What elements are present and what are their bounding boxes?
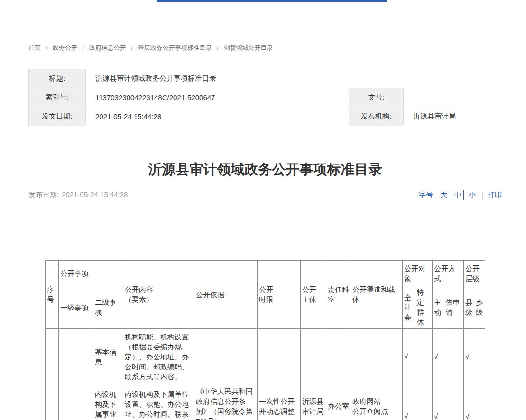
meta-index-value: 11370323004223148C/2021-5200647 [86, 88, 349, 107]
font-size-label: 字号: [419, 191, 435, 200]
font-size-controls: 字号: 大 中 小 | 打印 [419, 190, 502, 200]
breadcrumb-xxgk[interactable]: 政府信息公开 [89, 44, 126, 51]
cell-xiangji [474, 385, 485, 420]
cell-zeren-keshi: 办公室 [326, 329, 351, 420]
font-size-small-button[interactable]: 小 [469, 191, 476, 200]
cell-yishenqing [444, 385, 464, 420]
header-erji-shixiang: 二级事项 [93, 286, 123, 329]
header-yiji-shixiang: 一级事项 [59, 286, 93, 329]
header-gongkai-qudao: 公开渠道和载体 [351, 261, 403, 329]
print-button[interactable]: 打印 [488, 191, 502, 200]
page-title: 沂源县审计领域政务公开事项标准目录 [28, 160, 502, 179]
publish-date: 发布日期:2021-05-24 15:44:28 [28, 191, 128, 200]
breadcrumb-cxly[interactable]: 创新领域公开目录 [224, 44, 273, 51]
header-xuhao: 序号 [46, 261, 59, 329]
meta-docno-value [404, 88, 502, 107]
font-size-large-button[interactable]: 大 [440, 191, 447, 200]
header-gongkai-fangshi: 公开方式 [433, 261, 464, 286]
publish-date-value: 2021-05-24 15:44:28 [62, 191, 128, 199]
header-gongkai-shixian: 公开 时限 [258, 261, 301, 329]
header-quanshehui: 全社会 [403, 286, 415, 329]
meta-agency-label: 发布机构: [349, 107, 404, 126]
catalog-table: 序号 公开事项 公开内容 （要素） 公开依据 公开 时限 公开 主体 责任科室 … [45, 260, 485, 420]
header-gongkai-duixiang: 公开对象 [403, 261, 433, 286]
document-meta-table: 标题: 沂源县审计领域政务公开事项标准目录 索引号: 1137032300422… [28, 69, 502, 126]
breadcrumb-zwgk[interactable]: 政务公开 [53, 44, 77, 51]
breadcrumb-separator: / [217, 44, 219, 51]
checkmark-xianji: √ [464, 385, 474, 420]
cell-yishenqing [444, 329, 464, 385]
header-teding-qunti: 特定群体 [415, 286, 433, 329]
publish-date-label: 发布日期: [28, 191, 59, 199]
cell-gongkai-zhuti: 沂源县审计局 [301, 329, 326, 420]
checkmark-quanshehui: √ [403, 385, 415, 420]
meta-docno-label: 文号: [349, 88, 404, 107]
cell-gongkai-neirong: 内设机构及下属单位设置、职能、办公地址、办公时间、联系方式、负责人姓名等 [123, 385, 194, 420]
header-gongkai-cengji: 公开层级 [464, 261, 485, 286]
cell-erji-shixiang: 内设机构及下属事业单位 [93, 385, 123, 420]
cell-gongkai-neirong: 机构职能、机构设置（根据县委编办规定）、办公地址、办公时间、邮政编码、联系方式等… [123, 329, 194, 385]
header-gongkai-neirong: 公开内容 （要素） [123, 261, 194, 329]
header-xianji: 县级 [464, 286, 474, 329]
meta-row-index: 索引号: 11370323004223148C/2021-5200647 文号: [29, 88, 502, 107]
breadcrumb-separator: / [131, 44, 133, 51]
breadcrumb-separator: / [83, 44, 84, 51]
page-content: 首页 / 政务公开 / 政府信息公开 / 基层政务公开事项标准目录 / 创新领域… [28, 0, 502, 420]
meta-row-title: 标题: 沂源县审计领域政务公开事项标准目录 [29, 69, 502, 88]
top-nav-bar-remnant [157, 0, 387, 2]
breadcrumb: 首页 / 政务公开 / 政府信息公开 / 基层政务公开事项标准目录 / 创新领域… [28, 44, 502, 59]
cell-erji-shixiang: 基本信息 [93, 329, 123, 385]
cell-xuhao [46, 329, 59, 420]
meta-date-label: 发文日期: [29, 107, 86, 126]
breadcrumb-home[interactable]: 首页 [28, 44, 41, 51]
checkmark-zhudong: √ [433, 329, 444, 385]
font-size-medium-button[interactable]: 中 [452, 190, 464, 200]
meta-row-date: 发文日期: 2021-05-24 15:44:28 发布机构: 沂源县审计局 [29, 107, 502, 126]
meta-agency-value: 沂源县审计局 [404, 107, 502, 126]
catalog-table-wrap: 序号 公开事项 公开内容 （要素） 公开依据 公开 时限 公开 主体 责任科室 … [45, 260, 502, 420]
breadcrumb-jcml[interactable]: 基层政务公开事项标准目录 [138, 44, 212, 51]
cell-teding-qunti [415, 385, 433, 420]
breadcrumb-separator: / [46, 44, 48, 51]
header-gongkai-zhuti: 公开 主体 [301, 261, 326, 329]
cell-yiji-shixiang [59, 329, 93, 420]
header-gongkai-shixiang: 公开事项 [59, 261, 123, 286]
meta-title-label: 标题: [29, 69, 86, 88]
publish-info-row: 发布日期:2021-05-24 15:44:28 字号: 大 中 小 | 打印 [28, 190, 502, 208]
header-zeren-keshi: 责任科室 [326, 261, 351, 329]
catalog-header-row-1: 序号 公开事项 公开内容 （要素） 公开依据 公开 时限 公开 主体 责任科室 … [46, 261, 485, 286]
header-yishenqing: 依申请 [444, 286, 464, 329]
cell-xiangji [474, 329, 485, 385]
checkmark-quanshehui: √ [403, 329, 415, 385]
meta-date-value: 2021-05-24 15:44:28 [86, 107, 349, 126]
checkmark-zhudong: √ [433, 385, 444, 420]
header-zhudong: 主动 [433, 286, 444, 329]
cell-gongkai-shixian: 一次性公开并动态调整 [258, 329, 301, 420]
header-gongkai-yiju: 公开依据 [194, 261, 258, 329]
controls-divider: | [482, 191, 484, 199]
header-xiangji: 乡级 [474, 286, 485, 329]
checkmark-xianji: √ [464, 329, 474, 385]
meta-index-label: 索引号: [29, 88, 86, 107]
meta-title-value: 沂源县审计领域政务公开事项标准目录 [86, 69, 502, 88]
cell-gongkai-qudao: 政府网站 公开查阅点 [351, 329, 403, 420]
catalog-row-basic-info: 基本信息 机构职能、机构设置（根据县委编办规定）、办公地址、办公时间、邮政编码、… [46, 329, 485, 385]
cell-gongkai-yiju: 《中华人民共和国政府信息公开条例》（国务院令第711号） [194, 329, 258, 420]
cell-teding-qunti [415, 329, 433, 385]
